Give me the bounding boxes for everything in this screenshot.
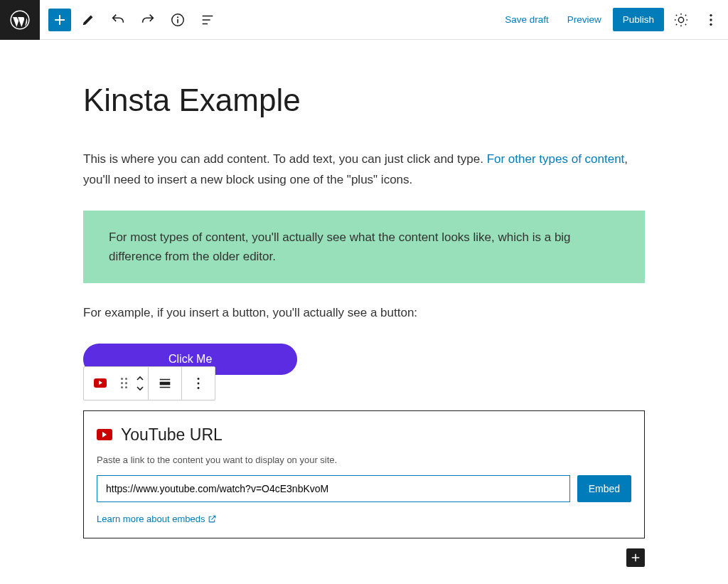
intro-text-1: This is where you can add content. To ad… [83, 152, 487, 166]
intro-paragraph[interactable]: This is where you can add content. To ad… [83, 149, 645, 191]
edit-mode-icon[interactable] [75, 7, 101, 33]
toolbar-right-group: Save draft Preview Publish [498, 7, 728, 33]
preview-button[interactable]: Preview [560, 9, 609, 31]
svg-point-9 [198, 386, 200, 388]
block-more-options-icon[interactable] [182, 367, 215, 400]
svg-point-3 [710, 14, 712, 16]
save-draft-button[interactable]: Save draft [498, 9, 556, 31]
toolbar-left-group [40, 7, 220, 33]
learn-more-link[interactable]: Learn more about embeds [97, 514, 217, 524]
svg-point-4 [710, 18, 712, 21]
undo-icon[interactable] [105, 7, 131, 33]
block-type-youtube-icon[interactable] [84, 367, 117, 400]
move-up-down-icon[interactable] [132, 367, 148, 400]
drag-handle-icon[interactable] [117, 367, 132, 400]
align-icon[interactable] [149, 367, 181, 400]
embed-description: Paste a link to the content you want to … [97, 455, 631, 465]
intro-link[interactable]: For other types of content [487, 152, 625, 166]
outline-icon[interactable] [195, 7, 220, 33]
page-title[interactable]: Kinsta Example [83, 83, 645, 118]
more-options-icon[interactable] [698, 7, 724, 33]
settings-icon[interactable] [668, 7, 694, 33]
callout-block[interactable]: For most types of content, you'll actual… [83, 211, 645, 283]
svg-rect-6 [160, 381, 171, 385]
external-link-icon [208, 514, 217, 524]
embed-url-input[interactable] [97, 475, 570, 502]
learn-more-text: Learn more about embeds [97, 514, 205, 524]
svg-point-8 [198, 382, 200, 384]
svg-point-5 [710, 23, 712, 25]
embed-button[interactable]: Embed [577, 475, 631, 502]
youtube-embed-block: YouTube URL Paste a link to the content … [83, 410, 645, 538]
add-block-button[interactable] [48, 9, 71, 31]
redo-icon[interactable] [135, 7, 161, 33]
embed-title: YouTube URL [121, 425, 223, 445]
svg-point-2 [177, 16, 178, 18]
svg-point-7 [198, 378, 200, 380]
info-icon[interactable] [165, 7, 191, 33]
block-toolbar [83, 366, 215, 400]
publish-button[interactable]: Publish [613, 8, 664, 31]
youtube-icon [97, 429, 112, 440]
wordpress-logo[interactable] [0, 0, 40, 40]
editor-content: Kinsta Example This is where you can add… [83, 83, 645, 584]
add-block-fab[interactable] [626, 548, 645, 567]
editor-toolbar: Save draft Preview Publish [0, 0, 728, 40]
paragraph-2[interactable]: For example, if you insert a button, you… [83, 303, 645, 324]
